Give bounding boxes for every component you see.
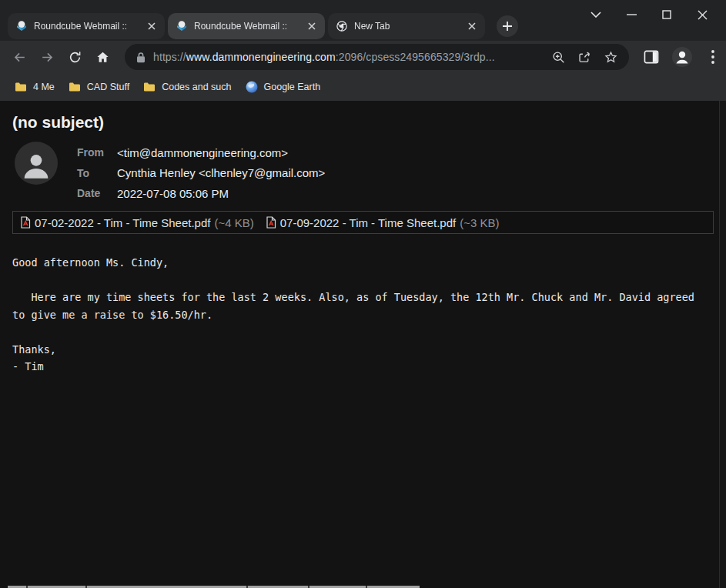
minimize-button[interactable] (614, 5, 649, 25)
tab-title: New Tab (354, 21, 465, 32)
bookmark-star-icon[interactable] (600, 46, 621, 68)
attachment-size: (~4 KB) (214, 216, 253, 229)
bookmark-folder-cad-stuff[interactable]: CAD Stuff (62, 76, 136, 98)
attachment-filename: 07-09-2022 - Tim - Time Sheet.pdf (280, 216, 456, 229)
menu-kebab-icon[interactable] (701, 45, 724, 68)
message-subject: (no subject) (12, 113, 104, 132)
reload-icon[interactable] (62, 44, 88, 70)
bookmark-google-earth[interactable]: Google Earth (239, 76, 328, 98)
bookmark-label: CAD Stuff (87, 82, 129, 92)
url-scheme: https:// (153, 51, 186, 63)
new-tab-button[interactable] (497, 15, 518, 37)
tab-close-icon[interactable] (145, 19, 159, 33)
tab-title: Roundcube Webmail :: (34, 21, 145, 32)
tab-roundcube-1[interactable]: Roundcube Webmail :: (8, 13, 165, 39)
folder-icon (15, 82, 27, 92)
chrome-favicon (336, 20, 348, 32)
bookmark-folder-codes-and-such[interactable]: Codes and such (136, 76, 238, 98)
globe-icon (246, 81, 258, 93)
attachment-size: (~3 KB) (460, 216, 499, 229)
person-icon (21, 150, 52, 181)
bookmark-label: 4 Me (33, 82, 55, 92)
webmail-message-view: (no subject) From <tim@dammonengineering… (0, 101, 726, 588)
forward-icon[interactable] (34, 44, 60, 70)
url-host: www.dammonengineering.com (186, 51, 336, 63)
attachment-link[interactable]: 07-02-2022 - Tim - Time Sheet.pdf (~4 KB… (20, 216, 254, 229)
tab-new-tab[interactable]: New Tab (328, 13, 485, 39)
profile-avatar-icon[interactable] (671, 45, 694, 68)
roundcube-favicon (176, 20, 188, 32)
attachment-filename: 07-02-2022 - Tim - Time Sheet.pdf (35, 216, 210, 229)
home-icon[interactable] (89, 44, 115, 70)
message-body: Good afternoon Ms. Cindy, Here are my ti… (12, 254, 709, 376)
sender-avatar (15, 142, 58, 185)
zoom-icon[interactable] (547, 46, 569, 68)
bookmarks-bar: 4 Me CAD Stuff Codes and such Google Ear… (0, 73, 726, 101)
folder-icon (143, 82, 156, 92)
lock-icon[interactable] (135, 52, 146, 63)
attachment-link[interactable]: 07-09-2022 - Tim - Time Sheet.pdf (~3 KB… (266, 216, 500, 229)
bookmark-label: Google Earth (264, 82, 321, 92)
header-row-from: From <tim@dammonengineering.com> (77, 142, 325, 163)
header-value-to: Cynthia Henley <clhenley7@gmail.com> (117, 166, 325, 179)
pdf-file-icon (266, 216, 276, 229)
header-label: Date (77, 187, 117, 199)
back-icon[interactable] (6, 44, 32, 70)
maximize-button[interactable] (649, 5, 684, 25)
page-scrollbar[interactable] (719, 101, 726, 588)
url-path: :2096/cpsess2495665329/3rdp... (336, 51, 495, 63)
roundcube-favicon (15, 20, 28, 32)
attachments-bar: 07-02-2022 - Tim - Time Sheet.pdf (~4 KB… (12, 211, 714, 234)
side-panel-icon[interactable] (640, 45, 663, 68)
tab-close-icon[interactable] (465, 19, 479, 33)
header-row-to: To Cynthia Henley <clhenley7@gmail.com> (77, 163, 325, 184)
tab-strip: Roundcube Webmail :: Roundcube Webmail :… (0, 0, 726, 41)
header-label: From (77, 146, 117, 159)
tab-search-chevron-icon[interactable] (578, 5, 614, 25)
header-value-from: <tim@dammonengineering.com> (117, 146, 288, 159)
tab-roundcube-2-active[interactable]: Roundcube Webmail :: (168, 13, 325, 39)
pdf-file-icon (20, 216, 31, 229)
close-window-button[interactable] (684, 5, 720, 25)
tab-title: Roundcube Webmail :: (194, 21, 305, 32)
header-label: To (77, 167, 117, 179)
address-bar[interactable]: https://www.dammonengineering.com:2096/c… (125, 44, 629, 70)
bookmark-folder-4me[interactable]: 4 Me (8, 76, 62, 98)
share-icon[interactable] (574, 46, 595, 68)
bookmark-label: Codes and such (162, 82, 231, 92)
message-headers: From <tim@dammonengineering.com> To Cynt… (77, 142, 325, 204)
tab-close-icon[interactable] (305, 19, 319, 33)
header-value-date: 2022-07-08 05:06 PM (117, 187, 229, 200)
header-row-date: Date 2022-07-08 05:06 PM (77, 183, 325, 204)
url-text: https://www.dammonengineering.com:2096/c… (153, 51, 541, 63)
folder-icon (69, 82, 81, 92)
browser-toolbar: https://www.dammonengineering.com:2096/c… (0, 41, 726, 73)
